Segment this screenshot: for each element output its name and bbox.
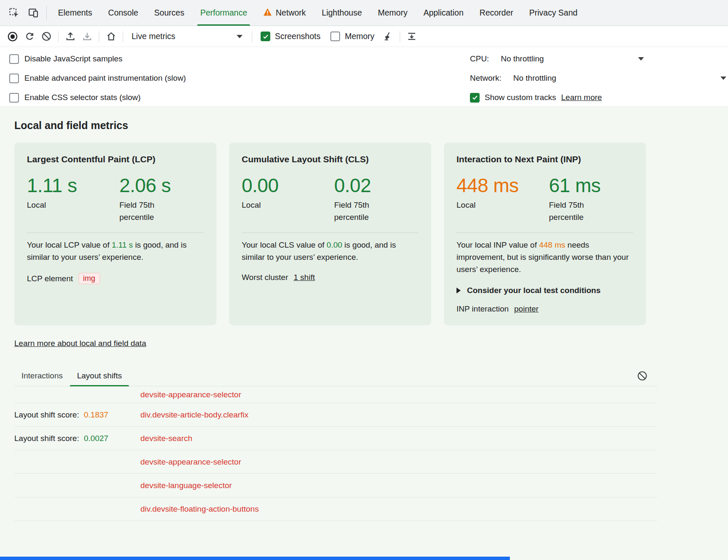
cpu-label: CPU:: [470, 54, 489, 63]
lcp-description: Your local LCP value of 1.11 s is good, …: [27, 239, 204, 264]
panel-tabs: Elements Console Sources Performance Net…: [50, 0, 586, 26]
clear-icon[interactable]: [38, 28, 55, 45]
devtools-tabbar: Elements Console Sources Performance Net…: [0, 0, 728, 26]
lcp-element-node-link[interactable]: img: [79, 273, 100, 284]
shift-element-node-link[interactable]: devsite-appearance-selector: [140, 390, 241, 399]
checkbox-checked-icon[interactable]: [470, 93, 480, 103]
shift-element-node-link[interactable]: devsite-language-selector: [140, 481, 232, 490]
divider: [58, 31, 58, 42]
local-test-conditions-disclosure[interactable]: Consider your local test conditions: [456, 286, 633, 295]
css-selector-stats-checkbox[interactable]: Enable CSS selector stats (slow): [9, 88, 186, 107]
cls-card: Cumulative Layout Shift (CLS) 0.00 Local…: [229, 143, 431, 325]
checkbox-unchecked-icon: [9, 93, 19, 103]
divider: [456, 232, 633, 233]
inp-field-label: Field 75th percentile: [549, 199, 618, 223]
log-tabs: Interactions Layout shifts: [14, 366, 657, 386]
checkbox-checked-icon: [261, 32, 270, 41]
score-value: 0.0027: [84, 434, 108, 443]
disable-js-samples-checkbox[interactable]: Disable JavaScript samples: [9, 49, 186, 69]
inp-interaction-label: INP interaction: [456, 304, 509, 314]
warning-icon: [263, 8, 272, 18]
shift-element-node-link[interactable]: devsite-appearance-selector: [140, 457, 241, 467]
network-throttling-select[interactable]: No throttling: [513, 74, 556, 83]
divider: [99, 31, 99, 42]
inp-interaction-link[interactable]: pointer: [514, 304, 538, 314]
lcp-local-label: Local: [27, 199, 96, 211]
horizontal-scrollbar-thumb[interactable]: [0, 557, 510, 560]
tab-lighthouse[interactable]: Lighthouse: [314, 0, 370, 26]
cls-field-value: 0.02: [334, 175, 427, 195]
metric-cards: Largest Contentful Paint (LCP) 1.11 s Lo…: [14, 143, 714, 325]
chevron-down-icon[interactable]: [720, 77, 726, 80]
custom-tracks-row: Show custom tracks Learn more: [470, 88, 728, 107]
clear-log-icon[interactable]: [635, 368, 650, 383]
history-select[interactable]: Live metrics: [127, 32, 248, 41]
load-profile-icon[interactable]: [62, 28, 79, 45]
reload-record-icon[interactable]: [21, 28, 38, 45]
collect-garbage-icon[interactable]: [380, 28, 396, 45]
layout-shift-row: devsite-appearance-selector: [14, 450, 657, 474]
layout-shift-row: Layout shift score: 0.0027 devsite-searc…: [14, 427, 657, 450]
inp-card: Interaction to Next Paint (INP) 448 ms L…: [444, 143, 646, 325]
memory-checkbox[interactable]: Memory: [330, 32, 374, 41]
home-icon[interactable]: [103, 28, 119, 45]
inp-local-label: Local: [456, 199, 526, 211]
tab-recorder[interactable]: Recorder: [472, 0, 521, 26]
inp-field-value: 61 ms: [549, 175, 641, 195]
cpu-throttling-row: CPU: No throttling: [470, 49, 728, 69]
divider: [123, 31, 123, 42]
disclosure-triangle-icon: [456, 288, 461, 293]
tab-performance[interactable]: Performance: [192, 0, 255, 26]
live-metrics-view: Local and field metrics Largest Contentf…: [0, 106, 728, 560]
cpu-throttling-select[interactable]: No throttling: [501, 54, 543, 63]
tab-application[interactable]: Application: [415, 0, 471, 26]
capture-settings-icon[interactable]: [404, 28, 420, 45]
save-profile-icon[interactable]: [79, 28, 95, 45]
shift-element-node-link[interactable]: div.devsite-article-body.clearfix: [140, 410, 248, 420]
custom-tracks-learn-more-link[interactable]: Learn more: [561, 93, 602, 102]
device-toolbar-icon[interactable]: [24, 3, 43, 23]
cls-local-label: Local: [242, 199, 311, 211]
layout-shift-row: Layout shift score: 0.1837 div.devsite-a…: [14, 403, 657, 427]
lcp-card-title: Largest Contentful Paint (LCP): [27, 154, 204, 164]
tab-console[interactable]: Console: [100, 0, 146, 26]
tab-layout-shifts[interactable]: Layout shifts: [70, 366, 129, 386]
worst-cluster-link[interactable]: 1 shift: [294, 273, 315, 282]
local-field-learn-more-link[interactable]: Learn more about local and field data: [14, 339, 146, 348]
tab-interactions[interactable]: Interactions: [14, 366, 70, 386]
divider: [400, 31, 400, 42]
tab-network[interactable]: Network: [255, 0, 314, 26]
worst-cluster-label: Worst cluster: [242, 273, 288, 282]
inp-description: Your local INP value of 448 ms needs imp…: [456, 239, 633, 276]
lcp-card: Largest Contentful Paint (LCP) 1.11 s Lo…: [14, 143, 216, 325]
score-value: 0.1837: [84, 410, 108, 419]
tab-privacy-sandbox[interactable]: Privacy Sand: [521, 0, 586, 26]
divider: [242, 232, 419, 233]
throttling-options: CPU: No throttling Network: No throttlin…: [470, 47, 728, 106]
shift-element-node-link[interactable]: div.devsite-floating-action-buttons: [140, 505, 259, 514]
screenshots-checkbox[interactable]: Screenshots: [261, 32, 320, 41]
cls-field-label: Field 75th percentile: [334, 199, 404, 223]
chevron-down-icon[interactable]: [638, 57, 644, 61]
lcp-field-value: 2.06 s: [119, 175, 212, 195]
advanced-paint-checkbox[interactable]: Enable advanced paint instrumentation (s…: [9, 69, 186, 88]
capture-settings-pane: Disable JavaScript samples Enable advanc…: [0, 47, 728, 106]
tab-sources[interactable]: Sources: [146, 0, 193, 26]
checkbox-unchecked-icon: [9, 74, 19, 83]
tab-memory[interactable]: Memory: [370, 0, 415, 26]
inspect-element-icon[interactable]: [4, 3, 24, 23]
tab-elements[interactable]: Elements: [50, 0, 100, 26]
inp-local-value: 448 ms: [456, 175, 549, 195]
divider: [252, 31, 252, 42]
capture-options: Disable JavaScript samples Enable advanc…: [0, 47, 186, 106]
layout-shift-row: div.devsite-floating-action-buttons: [14, 497, 657, 521]
history-select-value: Live metrics: [132, 32, 175, 41]
divider: [46, 6, 47, 20]
lcp-field-label: Field 75th percentile: [119, 199, 189, 223]
network-throttling-row: Network: No throttling: [470, 69, 728, 88]
record-icon[interactable]: [4, 28, 21, 45]
divider: [27, 232, 204, 233]
shift-element-node-link[interactable]: devsite-search: [140, 434, 193, 443]
performance-toolbar: Live metrics Screenshots Memory: [0, 26, 728, 47]
lcp-local-value: 1.11 s: [27, 175, 119, 195]
